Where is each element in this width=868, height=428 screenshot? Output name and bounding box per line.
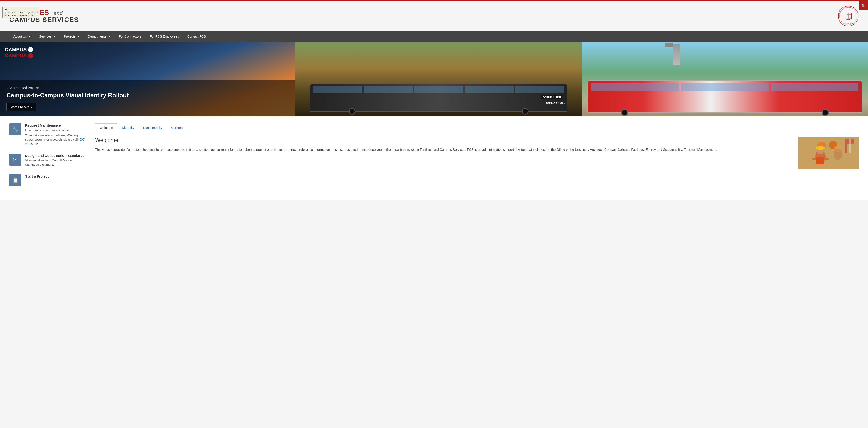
welcome-photo	[798, 137, 859, 169]
maintenance-title[interactable]: Request Maintenance	[25, 123, 86, 127]
tab-sustainability[interactable]: Sustainability	[139, 123, 167, 132]
svg-rect-23	[845, 139, 847, 153]
and-word: and	[54, 10, 63, 16]
andi-tooltip: ANDI javascript:void((function() %7Bandi…	[2, 7, 39, 18]
chevron-down-icon: ▼	[108, 35, 111, 38]
svg-rect-19	[825, 158, 829, 160]
welcome-section: Welcome This website provides 'one-stop …	[95, 137, 859, 169]
svg-rect-17	[816, 157, 825, 164]
svg-text:⚔: ⚔	[847, 17, 848, 19]
bus-label: Campus > Ithaca	[546, 102, 565, 104]
nav-for-fcs-employees[interactable]: For FCS Employees	[146, 31, 183, 42]
search-icon: 🔍	[861, 4, 866, 8]
hero-title: Campus-to-Campus Visual Identity Rollout	[6, 91, 289, 99]
nav-services[interactable]: Services ▼	[35, 31, 60, 42]
more-projects-button[interactable]: More Projects ›	[6, 103, 36, 111]
tab-careers[interactable]: Careers	[167, 123, 187, 132]
arrow-icon: →	[29, 48, 32, 51]
welcome-image	[798, 137, 859, 169]
hero-panel-right	[582, 42, 868, 116]
tabs-bar: Welcome Diversity Sustainability Careers	[95, 123, 859, 132]
quick-link-request-maintenance: 🔧 Request Maintenance Indoor and outdoor…	[9, 123, 86, 147]
svg-text:📖: 📖	[849, 17, 851, 19]
design-description: View and download Cornell Design Standar…	[25, 159, 86, 167]
nav-projects[interactable]: Projects ▼	[60, 31, 84, 42]
main-nav: About Us ▼ Services ▼ Projects ▼ Departm…	[0, 31, 868, 42]
campus-label: CAMPUS → CAMPUS ←	[5, 47, 33, 59]
design-icon: ✂	[9, 153, 21, 166]
project-content: Start a Project	[25, 174, 49, 179]
page-header: FACILITIES and CAMPUS SERVICES CORNELL U…	[0, 1, 868, 31]
hero-panel-left: CAMPUS → CAMPUS ← FCS Featured Project: …	[0, 42, 296, 116]
svg-text:🏛: 🏛	[849, 13, 851, 16]
project-icon: 📋	[9, 174, 21, 187]
maintenance-icon: 🔧	[9, 123, 21, 136]
hero-overlay: FCS Featured Project: Campus-to-Campus V…	[0, 80, 296, 116]
chevron-down-icon: ▼	[53, 35, 56, 38]
svg-point-22	[834, 146, 841, 149]
project-title[interactable]: Start a Project	[25, 174, 49, 178]
nav-contact-fcs[interactable]: Contact FCS	[183, 31, 210, 42]
maintenance-content: Request Maintenance Indoor and outdoor m…	[25, 123, 86, 147]
header-right: CORNELL UNIVERSITY FOUNDED A.D. 1865 ⊞ 🏛…	[838, 6, 859, 27]
welcome-title: Welcome	[95, 137, 793, 143]
campus-text-red: CAMPUS	[5, 53, 27, 59]
svg-rect-25	[849, 139, 851, 153]
design-content: Design and Construction Standards View a…	[25, 153, 86, 168]
nav-for-contractors[interactable]: For Contractors	[115, 31, 146, 42]
design-title[interactable]: Design and Construction Standards	[25, 153, 86, 158]
cornell-edu-label: CORNELL.EDU	[541, 95, 562, 99]
right-content-panel: Welcome Diversity Sustainability Careers…	[95, 123, 859, 193]
hero-section: CAMPUS → CAMPUS ← FCS Featured Project: …	[0, 42, 868, 116]
chevron-down-icon: ▼	[77, 35, 80, 38]
search-button[interactable]: 🔍	[859, 1, 868, 10]
more-projects-label: More Projects	[10, 105, 29, 109]
chevron-right-icon: ›	[31, 105, 32, 109]
main-content: 🔧 Request Maintenance Indoor and outdoor…	[0, 116, 868, 200]
campus-text-white: CAMPUS	[5, 47, 27, 53]
chevron-down-icon: ▼	[29, 35, 31, 38]
svg-rect-16	[816, 147, 825, 149]
tab-welcome[interactable]: Welcome	[95, 123, 118, 132]
featured-label: FCS Featured Project:	[6, 86, 289, 90]
svg-text:FOUNDED A.D. 1865: FOUNDED A.D. 1865	[843, 23, 854, 24]
tab-diversity[interactable]: Diversity	[118, 123, 139, 132]
quick-link-start-project: 📋 Start a Project	[9, 174, 86, 187]
welcome-text: Welcome This website provides 'one-stop …	[95, 137, 793, 169]
welcome-body: This website provides 'one-stop shopping…	[95, 147, 793, 153]
svg-text:⊞: ⊞	[847, 13, 848, 16]
arrow-icon-red: ←	[29, 54, 32, 57]
nav-departments[interactable]: Departments ▼	[84, 31, 115, 42]
svg-rect-18	[812, 158, 816, 160]
maintenance-extra: To report a maintenance issue affecting …	[25, 133, 86, 146]
quick-link-design-construction: ✂ Design and Construction Standards View…	[9, 153, 86, 168]
quick-links-panel: 🔧 Request Maintenance Indoor and outdoor…	[9, 123, 95, 193]
nav-about-us[interactable]: About Us ▼	[9, 31, 35, 42]
cornell-seal: CORNELL UNIVERSITY FOUNDED A.D. 1865 ⊞ 🏛…	[838, 6, 859, 27]
hero-panel-mid: Campus > Ithaca CORNELL.EDU	[296, 42, 582, 116]
maintenance-description: Indoor and outdoor maintenance.	[25, 128, 86, 133]
